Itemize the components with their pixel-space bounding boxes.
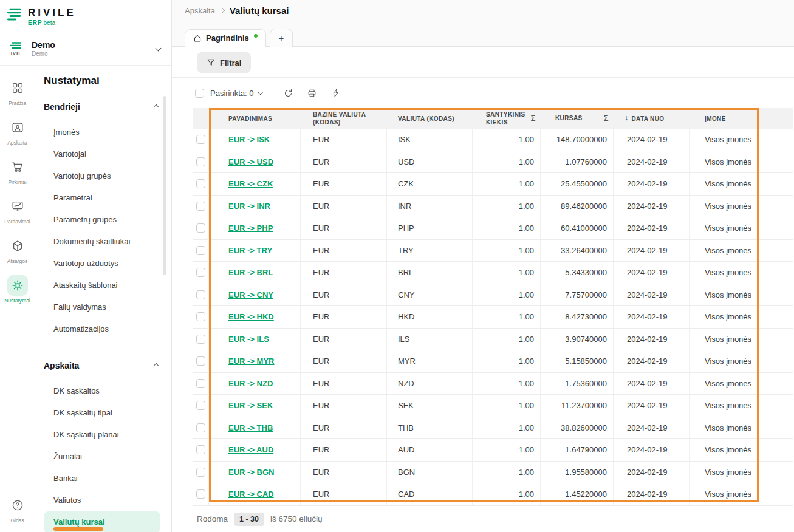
cell-rate: 1.75360000 [541,373,614,395]
column-header-imone[interactable]: ĮMONĖ [690,115,793,123]
row-checkbox[interactable] [196,335,205,344]
column-header-santykinis-kiekis[interactable]: SANTYKINISKIEKIS Σ [473,111,541,126]
table-row: EUR -> BRL EUR BRL 1.00 5.34330000 2024-… [193,262,793,284]
menu-item[interactable]: Dokumentų skaitliukai [44,231,160,253]
menu-scrollbar[interactable] [163,96,166,275]
row-checkbox[interactable] [196,312,205,321]
currency-pair-link[interactable]: EUR -> CAD [228,489,274,499]
select-all-checkbox[interactable] [195,89,204,98]
add-tab-button[interactable]: + [270,29,293,47]
row-checkbox[interactable] [196,268,205,277]
rail-item-apskaita[interactable]: Apskaita [0,117,35,146]
currency-pair-link[interactable]: EUR -> BRL [228,268,273,277]
row-checkbox[interactable] [196,468,205,477]
menu-item[interactable]: Žurnalai [44,446,160,468]
menu-item[interactable]: DK sąskaitų tipai [44,402,160,424]
row-checkbox[interactable] [196,179,205,188]
chevron-down-icon[interactable] [258,90,262,95]
menu-item[interactable]: Parametrų grupės [44,209,160,231]
tab-pagrindinis[interactable]: Pagrindinis [185,29,266,47]
cell-rate: 89.46200000 [541,196,614,218]
row-checkbox[interactable] [196,135,205,144]
column-header-valiuta[interactable]: VALIUTA (KODAS) [387,115,473,123]
menu-item[interactable]: Vartotojai [44,143,160,165]
cell-rate: 148.70000000 [541,129,614,151]
row-checkbox[interactable] [196,290,205,299]
row-checkbox[interactable] [196,489,205,499]
menu-item[interactable]: Failų valdymas [44,296,160,318]
currency-pair-link[interactable]: EUR -> AUD [228,445,273,454]
cell-date-from: 2024-02-19 [614,240,690,262]
currency-pair-link[interactable]: EUR -> ISK [228,135,270,144]
menu-item[interactable]: Valiutos [44,489,160,511]
row-checkbox[interactable] [196,157,205,166]
currency-pair-link[interactable]: EUR -> BGN [228,468,274,477]
column-header-data-nuo[interactable]: ↓ DATA NUO [614,114,690,123]
menu-section-header[interactable]: Apskaita [44,355,171,377]
pagination-range-badge: 1 - 30 [234,513,264,526]
refresh-button[interactable] [280,85,296,101]
menu-item[interactable]: Automatizacijos [44,318,160,340]
cell-ratio: 1.00 [473,173,541,196]
menu-item[interactable]: DK sąskaitos [44,380,160,402]
column-header-kursas[interactable]: KURSAS Σ [541,114,614,124]
row-checkbox[interactable] [196,356,205,366]
rail-item-pirkimai[interactable]: Pirkimai [0,157,35,185]
rail-item-gidas[interactable]: Gidas [0,495,35,523]
cell-date-from: 2024-02-19 [614,217,690,240]
print-button[interactable] [304,85,320,101]
menu-item[interactable]: Vartotojų grupės [44,165,160,187]
dashboard-icon [7,78,28,98]
currency-pair-link[interactable]: EUR -> CNY [228,290,273,299]
cell-currency: INR [387,196,473,218]
currency-pair-link[interactable]: EUR -> THB [228,423,273,432]
filters-button[interactable]: Filtrai [197,52,251,73]
cell-company: Visos įmonės [690,439,793,462]
rail-item-atsargos[interactable]: Atsargos [0,236,35,264]
automation-button[interactable] [327,85,344,101]
currency-pair-link[interactable]: EUR -> CZK [228,179,273,188]
row-checkbox[interactable] [196,401,205,410]
menu-item[interactable]: Valiutų kursai [44,511,160,532]
currency-pair-link[interactable]: EUR -> ILS [228,335,269,344]
company-selector[interactable]: IVIL Demo Demo [0,38,171,58]
currency-pair-link[interactable]: EUR -> HKD [228,312,274,321]
menu-item[interactable]: Bankai [44,468,160,489]
menu-item[interactable]: Parametrai [44,187,160,209]
cell-ratio: 1.00 [473,373,541,395]
currency-pair-link[interactable]: EUR -> PHP [228,223,273,233]
cell-rate: 3.90740000 [541,329,614,351]
currency-pair-link[interactable]: EUR -> INR [228,202,270,211]
currency-pair-link[interactable]: EUR -> NZD [228,379,273,388]
sum-icon[interactable]: Σ [604,114,609,124]
menu-item[interactable]: DK sąskaitų planai [44,424,160,446]
row-checkbox[interactable] [196,223,205,233]
menu-item[interactable]: Įmonės [44,121,160,143]
rail-item-nustatymai[interactable]: Nustatymai [0,275,35,304]
cell-currency: CNY [387,284,473,307]
row-checkbox[interactable] [196,246,205,255]
currency-pair-link[interactable]: EUR -> SEK [228,401,273,410]
currency-pair-link[interactable]: EUR -> USD [228,157,273,166]
currency-pair-link[interactable]: EUR -> TRY [228,246,272,255]
cell-rate: 38.82600000 [541,417,614,440]
row-checkbox[interactable] [196,445,205,454]
sum-icon[interactable]: Σ [531,114,536,124]
selected-count-label[interactable]: Pasirinkta: 0 [210,89,254,98]
cell-rate: 33.26400000 [541,240,614,262]
row-checkbox[interactable] [196,379,205,388]
menu-item[interactable]: Vartotojo užduotys [44,253,160,275]
row-checkbox[interactable] [196,423,205,432]
currency-pair-link[interactable]: EUR -> MYR [228,356,274,366]
menu-item[interactable]: Ataskaitų šablonai [44,275,160,296]
rail-item-pardavimai[interactable]: Pardavimai [0,196,35,225]
rail-item-pradzia[interactable]: Pradžia [0,78,35,106]
column-header-pavadinimas[interactable]: PAVADINIMAS [209,115,301,123]
cell-company: Visos įmonės [690,173,793,196]
row-checkbox[interactable] [196,202,205,211]
cell-company: Visos įmonės [690,306,793,329]
menu-section-header[interactable]: Bendrieji [44,96,171,118]
column-header-bazine-valiuta[interactable]: BAZINĖ VALIUTA(KODAS) [301,111,387,126]
cell-company: Visos įmonės [690,483,793,506]
breadcrumb-parent[interactable]: Apskaita [185,6,215,15]
